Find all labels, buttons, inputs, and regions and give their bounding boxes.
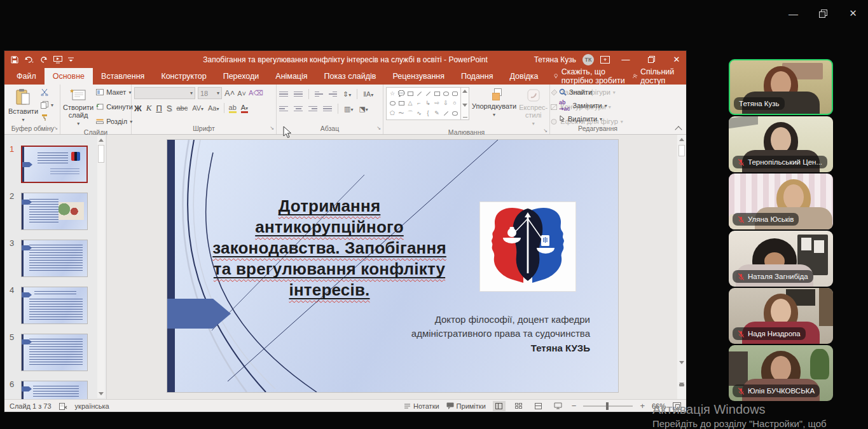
shapes-grid[interactable]: ☆💬 △⌐↳⇨⇩○ ⬠〜⌒∿{✎ [386,87,461,120]
numbering-button[interactable] [294,92,303,97]
quick-styles-button[interactable]: Експрес-стилі ▾ [519,87,548,128]
font-size-combo[interactable]: 18▾ [198,87,222,99]
section-button[interactable]: Розділ▾ [96,118,133,125]
slide-image-conflict-of-interest[interactable] [480,202,575,291]
select-button[interactable]: Виділити▾ [559,115,643,123]
align-left-button[interactable] [279,106,288,112]
thumbnail-1-slide[interactable] [21,146,88,183]
increase-indent-button[interactable] [329,92,337,97]
highlight-color-button[interactable]: ab [229,104,237,113]
tab-design[interactable]: Конструктор [153,68,214,85]
zoom-slider[interactable] [583,405,633,407]
user-avatar[interactable]: ТК [582,54,594,65]
copy-button[interactable]: ▾ [41,101,53,109]
tab-transitions[interactable]: Переходи [215,68,268,85]
participant-tile-yuliia-buchkovska[interactable]: Юлія БУЧКОВСЬКА [729,345,833,401]
paste-dropdown[interactable]: ▾ [22,116,25,124]
cut-button[interactable] [41,88,53,96]
thumbnail-scrollbar[interactable] [97,136,105,398]
reset-button[interactable]: Скинути [96,103,133,111]
shapes-gallery[interactable]: ☆💬 △⌐↳⇨⇩○ ⬠〜⌒∿{✎ [386,87,469,128]
slide-scrollbar[interactable] [677,135,686,399]
zoom-out-button[interactable]: − [572,401,577,411]
thumbnail-scrollbar-thumb[interactable] [98,145,104,163]
text-direction-button[interactable]: ‖A▾ [363,90,373,98]
slide-canvas[interactable]: Дотримання антикорупційного законодавств… [167,140,618,392]
zoom-slider-handle[interactable] [606,402,609,410]
ppt-restore-button[interactable] [642,51,661,68]
share-button[interactable]: Спільний доступ [633,68,686,85]
reading-view-button[interactable] [532,401,545,411]
thumbnail-2-slide[interactable] [21,193,88,230]
character-spacing-button[interactable]: AV▾ [192,104,203,112]
outer-close-button[interactable]: ✕ [838,5,868,22]
tell-me-box[interactable]: Скажіть, що потрібно зробити [546,68,632,85]
justify-button[interactable] [323,106,332,112]
tab-animations[interactable]: Анімація [267,68,315,85]
undo-icon[interactable] [24,56,34,64]
comments-button[interactable]: Примітки [446,402,486,410]
redo-icon[interactable] [40,56,48,64]
notes-button[interactable]: Нотатки [404,402,439,410]
slide-subtitle[interactable]: Доктор філософії, доцент кафедри адмініс… [361,313,590,355]
bold-button[interactable]: Ж [134,104,142,113]
outer-restore-button[interactable] [808,5,838,22]
language-indicator[interactable]: українська [75,402,109,410]
ppt-close-button[interactable]: ✕ [667,51,686,68]
replace-button[interactable]: ab⇢acЗамінити▾ [559,99,643,112]
shapes-scroll[interactable] [461,87,469,120]
participant-tile-natalia-zahnybida[interactable]: Наталя Загнибіда [729,231,833,287]
align-right-button[interactable] [308,106,317,112]
thumbnail-4-slide[interactable] [21,287,88,324]
font-name-combo[interactable]: ▾ [134,87,195,99]
bullets-button[interactable] [279,92,288,97]
arrange-button[interactable]: Упорядкувати ▾ [472,87,516,128]
decrease-indent-button[interactable] [315,92,323,97]
format-painter-button[interactable] [41,114,53,121]
paste-button[interactable]: Вставити ▾ [8,87,38,124]
start-slideshow-icon[interactable] [53,56,62,64]
decrease-font-button[interactable]: A˅ [237,90,246,97]
slide-scrollbar-thumb[interactable] [679,145,685,156]
next-slide-button[interactable] [679,384,684,397]
signed-in-user[interactable]: Тетяна Кузь [534,55,576,64]
slide-sorter-view-button[interactable] [513,401,525,411]
underline-button[interactable]: П [156,104,162,113]
save-icon[interactable] [11,56,18,64]
tab-review[interactable]: Рецензування [384,68,452,85]
slide-title[interactable]: Дотримання антикорупційного законодавств… [193,196,466,301]
layout-button[interactable]: Макет▾ [96,88,133,96]
font-color-button[interactable]: A▾ [241,104,248,113]
participant-tile-uliana-yuskiv[interactable]: Уляна Юськів [729,174,833,229]
increase-font-button[interactable]: A˄ [224,88,235,98]
participant-tile-nadia-nyzdropa[interactable]: Надя Низдропа [729,288,833,344]
strikethrough-button[interactable]: abc [176,104,188,112]
tab-home[interactable]: Основне [45,68,93,85]
drawing-dialog-launcher[interactable]: ↘ [543,126,548,135]
italic-button[interactable]: К [146,103,152,113]
ppt-minimize-button[interactable]: — [616,51,635,68]
tab-slideshow[interactable]: Показ слайдів [316,68,385,85]
tab-help[interactable]: Довідка [501,68,546,85]
change-case-button[interactable]: Aa▾ [208,104,219,112]
text-shadow-button[interactable]: S [167,104,172,113]
qat-customize-icon[interactable] [68,57,74,63]
slideshow-view-button[interactable] [552,401,565,411]
line-spacing-button[interactable]: ⇕▾ [343,90,351,99]
ribbon-display-options-icon[interactable] [600,56,610,64]
outer-minimize-button[interactable]: — [778,5,808,22]
participant-tile-ternopil-center[interactable]: Тернопільський Цен... [729,116,833,172]
new-slide-button[interactable]: Створити слайд ▾ [63,87,93,128]
clear-formatting-button[interactable]: A⌫ [249,89,263,97]
clipboard-dialog-launcher[interactable]: ↘ [53,124,58,133]
tab-view[interactable]: Подання [453,68,501,85]
collapse-ribbon-button[interactable] [675,126,682,133]
zoom-in-button[interactable]: + [640,401,645,411]
tab-insert[interactable]: Вставлення [93,68,153,85]
find-button[interactable]: Знайти [559,88,643,96]
participant-tile-tetiana-kuz[interactable]: Тетяна Кузь [729,59,833,115]
normal-view-button[interactable] [493,401,506,411]
spellcheck-icon[interactable] [59,402,67,410]
thumbnail-6-slide[interactable] [21,381,88,399]
align-center-button[interactable] [294,106,303,112]
